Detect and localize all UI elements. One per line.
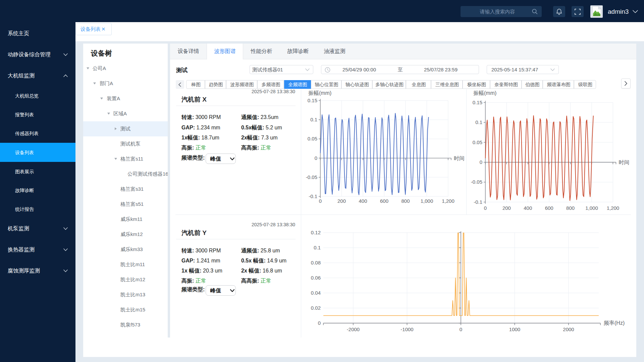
svg-text:600: 600 [545, 205, 553, 211]
svg-text:0.05: 0.05 [308, 136, 317, 141]
svg-text:0: 0 [480, 159, 482, 165]
svg-text:200: 200 [337, 198, 346, 204]
svg-text:时间: 时间 [619, 160, 629, 165]
svg-text:800: 800 [401, 198, 410, 204]
svg-text:时间: 时间 [454, 156, 465, 161]
svg-text:200: 200 [502, 205, 511, 211]
svg-text:-0.1: -0.1 [474, 199, 482, 205]
svg-text:0: 0 [318, 320, 321, 326]
svg-text:600: 600 [380, 198, 388, 204]
svg-text:400: 400 [359, 198, 367, 204]
svg-text:0.04: 0.04 [311, 290, 321, 296]
svg-text:400: 400 [524, 205, 532, 211]
svg-text:2000: 2000 [563, 326, 574, 332]
svg-text:800: 800 [566, 205, 575, 211]
svg-text:振幅(mm): 振幅(mm) [473, 90, 496, 96]
svg-text:1,000: 1,000 [585, 205, 598, 211]
svg-text:0.1: 0.1 [475, 119, 482, 125]
svg-text:1000: 1000 [509, 326, 520, 332]
svg-text:0.15: 0.15 [473, 100, 482, 105]
svg-text:0: 0 [460, 326, 462, 332]
svg-text:1,200: 1,200 [442, 198, 454, 204]
svg-text:0: 0 [315, 155, 317, 161]
svg-text:0.08: 0.08 [311, 260, 321, 265]
svg-text:0.1: 0.1 [310, 117, 317, 122]
svg-text:0: 0 [484, 205, 487, 211]
svg-text:0.05: 0.05 [473, 139, 482, 145]
svg-text:-0.05: -0.05 [306, 174, 317, 180]
svg-text:0.15: 0.15 [308, 98, 317, 103]
svg-text:1,000: 1,000 [421, 198, 433, 204]
svg-text:-0.05: -0.05 [471, 179, 482, 185]
svg-text:频率(Hz): 频率(Hz) [604, 320, 625, 326]
svg-text:-0.1: -0.1 [309, 193, 317, 199]
svg-text:-2000: -2000 [347, 326, 360, 332]
svg-text:0.06: 0.06 [311, 275, 321, 281]
svg-text:0: 0 [319, 198, 322, 204]
svg-text:1,200: 1,200 [607, 205, 620, 211]
svg-text:0.02: 0.02 [311, 305, 321, 311]
svg-text:0.1: 0.1 [314, 245, 321, 250]
svg-text:0.12: 0.12 [311, 230, 321, 235]
svg-text:振幅(mm): 振幅(mm) [308, 90, 331, 96]
svg-text:-1000: -1000 [400, 326, 413, 332]
